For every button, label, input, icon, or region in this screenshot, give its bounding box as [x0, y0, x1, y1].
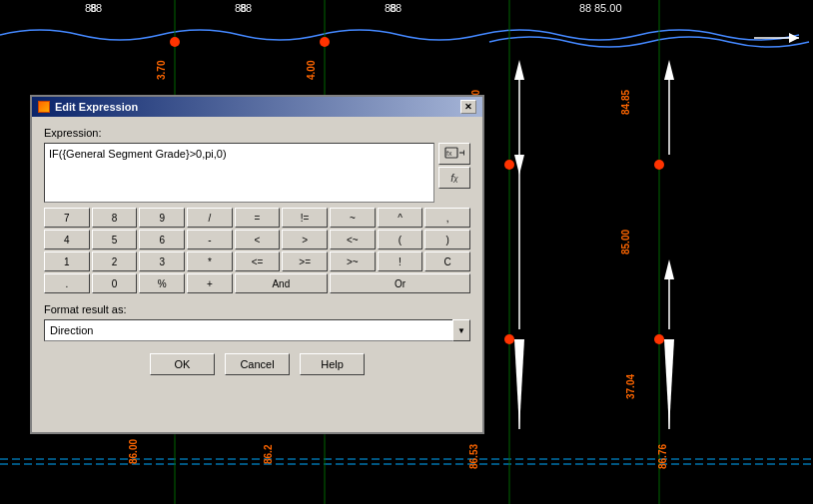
svg-marker-14 [664, 60, 674, 80]
btn-less-tilde[interactable]: <~ [330, 230, 376, 250]
svg-text:85.00: 85.00 [620, 230, 631, 254]
expression-row: IF({General Segment Grade}>0,pi,0) fx fχ [44, 143, 470, 203]
btn-close-paren[interactable]: ) [424, 230, 470, 250]
btn-percent[interactable]: % [139, 273, 185, 293]
btn-9[interactable]: 9 [139, 208, 185, 228]
dialog-body: Expression: IF({General Segment Grade}>0… [32, 117, 482, 385]
btn-tilde[interactable]: ~ [330, 208, 376, 228]
svg-text:86.76: 86.76 [657, 444, 668, 469]
btn-open-paren[interactable]: ( [378, 230, 423, 250]
edit-expression-dialog: Edit Expression ✕ Expression: IF({Genera… [30, 95, 484, 434]
btn-greater-equal[interactable]: >= [282, 252, 328, 271]
btn-plus[interactable]: + [187, 273, 233, 293]
btn-2[interactable]: 2 [92, 252, 138, 271]
format-label: Format result as: [44, 303, 470, 315]
format-select[interactable]: Direction Number Text Yes/No [44, 319, 470, 341]
svg-text:85.00: 85.00 [594, 2, 622, 14]
function-button[interactable]: fχ [438, 167, 470, 189]
svg-point-11 [654, 334, 664, 344]
svg-text:fx: fx [446, 150, 452, 157]
format-select-wrap: Direction Number Text Yes/No ▼ [44, 319, 470, 341]
svg-text:86.53: 86.53 [468, 444, 479, 469]
btn-clear[interactable]: C [424, 252, 470, 271]
btn-dot[interactable]: . [44, 273, 90, 293]
expression-input[interactable]: IF({General Segment Grade}>0,pi,0) [44, 143, 434, 203]
dialog-app-icon [38, 101, 50, 113]
svg-text:37.04: 37.04 [625, 374, 636, 399]
svg-text:88: 88 [579, 2, 591, 14]
btn-multiply[interactable]: * [187, 252, 233, 271]
svg-text:88: 88 [385, 2, 397, 14]
format-section: Format result as: Direction Number Text … [44, 303, 470, 341]
btn-6[interactable]: 6 [139, 230, 185, 250]
svg-text:88: 88 [235, 2, 247, 14]
calc-row-2: 4 5 6 - < > <~ ( ) [44, 230, 470, 250]
btn-0[interactable]: 0 [92, 273, 138, 293]
ok-button[interactable]: OK [150, 353, 215, 375]
svg-point-8 [504, 160, 514, 170]
btn-7[interactable]: 7 [44, 208, 90, 228]
close-button[interactable]: ✕ [460, 100, 476, 114]
btn-less[interactable]: < [235, 230, 281, 250]
svg-text:86.00: 86.00 [128, 439, 139, 464]
btn-caret[interactable]: ^ [378, 208, 423, 228]
svg-text:86.2: 86.2 [263, 444, 274, 464]
btn-8[interactable]: 8 [92, 208, 138, 228]
btn-1[interactable]: 1 [44, 252, 90, 271]
svg-point-7 [320, 37, 330, 47]
help-button[interactable]: Help [300, 353, 365, 375]
btn-minus[interactable]: - [187, 230, 233, 250]
svg-marker-12 [514, 60, 524, 80]
svg-point-9 [654, 160, 664, 170]
btn-less-equal[interactable]: <= [235, 252, 281, 271]
expression-label: Expression: [44, 127, 470, 139]
action-buttons: OK Cancel Help [44, 353, 470, 375]
calc-row-3: 1 2 3 * <= >= >~ ! C [44, 252, 470, 271]
format-select-arrow-icon: ▼ [452, 319, 470, 341]
btn-and[interactable]: And [235, 273, 328, 293]
btn-greater[interactable]: > [282, 230, 328, 250]
svg-text:88: 88 [85, 2, 97, 14]
icon-buttons: fx fχ [438, 143, 470, 189]
btn-not-equals[interactable]: != [282, 208, 328, 228]
svg-marker-18 [664, 259, 674, 279]
svg-text:4.00: 4.00 [306, 60, 317, 80]
cancel-button[interactable]: Cancel [225, 353, 290, 375]
svg-marker-52 [463, 150, 464, 156]
btn-divide[interactable]: / [187, 208, 233, 228]
dialog-title-left: Edit Expression [38, 101, 138, 113]
calc-row-4: . 0 % + And Or [44, 273, 470, 293]
btn-5[interactable]: 5 [92, 230, 138, 250]
dialog-titlebar: Edit Expression ✕ [32, 97, 482, 117]
btn-comma[interactable]: , [424, 208, 470, 228]
svg-point-10 [504, 334, 514, 344]
btn-4[interactable]: 4 [44, 230, 90, 250]
btn-3[interactable]: 3 [139, 252, 185, 271]
svg-text:3.70: 3.70 [156, 60, 167, 80]
insert-field-button[interactable]: fx [438, 143, 470, 165]
btn-greater-tilde[interactable]: >~ [330, 252, 376, 271]
btn-equals[interactable]: = [235, 208, 281, 228]
btn-or[interactable]: Or [330, 273, 470, 293]
svg-text:84.85: 84.85 [620, 90, 631, 115]
btn-exclaim[interactable]: ! [378, 252, 423, 271]
svg-point-6 [170, 37, 180, 47]
svg-marker-27 [789, 33, 799, 43]
dialog-title-text: Edit Expression [55, 101, 138, 113]
calc-row-1: 7 8 9 / = != ~ ^ , [44, 208, 470, 228]
